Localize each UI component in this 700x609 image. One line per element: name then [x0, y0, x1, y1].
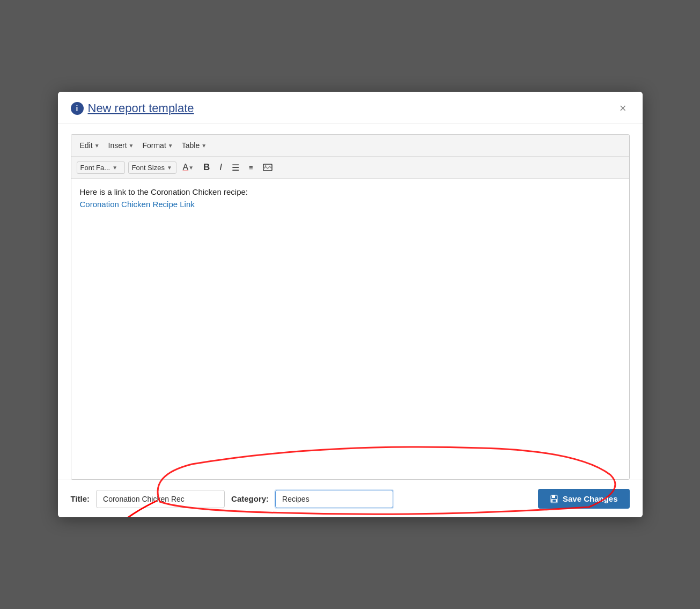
image-icon: [263, 164, 272, 171]
font-size-chevron-icon: ▼: [167, 165, 172, 171]
font-family-dropdown[interactable]: Font Fa... ▼: [77, 162, 125, 174]
save-icon: [550, 495, 558, 503]
table-chevron-icon: ▼: [201, 143, 207, 149]
category-label: Category:: [231, 494, 269, 503]
bold-button[interactable]: B: [200, 160, 213, 175]
modal-header: i New report template ×: [58, 92, 643, 123]
editor-line1: Here is a link to the Coronation Chicken…: [80, 187, 621, 196]
text-color-chevron-icon: ▼: [188, 165, 194, 171]
editor-content[interactable]: Here is a link to the Coronation Chicken…: [71, 179, 629, 479]
italic-button[interactable]: I: [216, 160, 225, 175]
modal-title: i New report template: [71, 101, 194, 115]
edit-menu-button[interactable]: Edit ▼: [77, 139, 103, 152]
editor-link[interactable]: Coronation Chicken Recipe Link: [80, 200, 195, 209]
ordered-list-button[interactable]: ≡: [246, 162, 256, 174]
category-input[interactable]: [275, 490, 393, 508]
editor-container: Edit ▼ Insert ▼ Format ▼ Table ▼: [71, 134, 630, 480]
text-color-button[interactable]: A ▼: [180, 160, 197, 174]
modal-title-text: New report template: [88, 101, 194, 115]
format-chevron-icon: ▼: [168, 143, 173, 149]
insert-image-button[interactable]: [260, 162, 276, 173]
insert-menu-button[interactable]: Insert ▼: [105, 139, 137, 152]
unordered-list-icon: ☰: [232, 163, 239, 173]
format-menu-button[interactable]: Format ▼: [139, 139, 176, 152]
modal-dialog: i New report template × Edit ▼ Insert ▼ …: [58, 92, 643, 517]
font-size-dropdown[interactable]: Font Sizes ▼: [128, 162, 176, 174]
title-input[interactable]: [96, 490, 225, 508]
table-menu-button[interactable]: Table ▼: [179, 139, 210, 152]
edit-chevron-icon: ▼: [94, 143, 100, 149]
font-family-chevron-icon: ▼: [112, 165, 117, 171]
ordered-list-icon: ≡: [249, 164, 253, 172]
unordered-list-button[interactable]: ☰: [229, 160, 242, 175]
modal-footer: Title: Category: Save Changes: [58, 480, 643, 517]
close-button[interactable]: ×: [616, 101, 630, 115]
title-label: Title:: [71, 494, 90, 503]
svg-rect-5: [552, 500, 556, 502]
save-changes-button[interactable]: Save Changes: [538, 489, 630, 509]
modal-body: Edit ▼ Insert ▼ Format ▼ Table ▼: [58, 123, 643, 480]
toolbar-row2: Font Fa... ▼ Font Sizes ▼ A ▼ B I: [71, 157, 629, 179]
text-color-icon: A: [183, 163, 189, 172]
info-icon: i: [71, 102, 84, 115]
svg-rect-3: [552, 495, 555, 498]
insert-chevron-icon: ▼: [129, 143, 134, 149]
toolbar-row1: Edit ▼ Insert ▼ Format ▼ Table ▼: [71, 135, 629, 157]
